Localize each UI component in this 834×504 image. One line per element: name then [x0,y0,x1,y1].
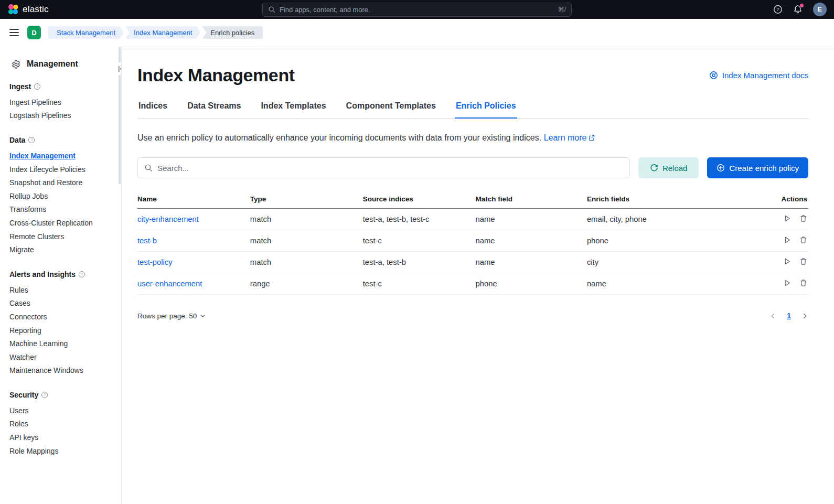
collapse-panel-icon [117,65,122,73]
chevron-down-icon [200,313,206,319]
learn-more-link[interactable]: Learn more [544,133,595,143]
tab-indices[interactable]: Indices [137,101,168,118]
policy-name-link[interactable]: city-enhancement [137,215,199,223]
elastic-logo [7,4,19,15]
sidebar-item-rollup-jobs[interactable]: Rollup Jobs [9,189,113,203]
page-layout: Management Ingest ? Ingest Pipelines Log… [0,46,834,504]
notifications-button[interactable] [793,5,803,14]
sidebar-item-machine-learning[interactable]: Machine Learning [9,337,113,350]
sidebar-item-maintenance-windows[interactable]: Maintenance Windows [9,364,113,378]
next-page-button[interactable] [801,313,808,319]
tab-component-templates[interactable]: Component Templates [345,101,437,118]
table-header-row: Name Type Source indices Match field Enr… [137,192,808,209]
section-heading: Ingest ? [9,82,113,91]
sidebar-item-rules[interactable]: Rules [9,283,113,297]
column-header-match-field[interactable]: Match field [476,192,587,209]
policy-name-link[interactable]: test-policy [137,258,173,266]
sidebar-item-logstash-pipelines[interactable]: Logstash Pipelines [9,109,113,123]
previous-page-button[interactable] [769,313,776,319]
sidebar-item-role-mappings[interactable]: Role Mappings [9,444,113,458]
column-header-actions: Actions [751,192,808,209]
global-search-input[interactable]: Find apps, content, and more. ⌘/ [262,3,572,17]
sidebar-item-users[interactable]: Users [9,404,113,417]
sidebar-section-security: Security ? Users Roles API keys Role Map… [8,391,113,457]
external-link-icon [589,135,595,141]
sidebar-item-connectors[interactable]: Connectors [9,310,113,324]
sidebar-item-watcher[interactable]: Watcher [9,350,113,364]
enrich-policies-table: Name Type Source indices Match field Enr… [137,192,808,295]
section-heading-label: Alerts and Insights [9,270,76,278]
sidebar-item-ingest-pipelines[interactable]: Ingest Pipelines [9,95,113,109]
sidebar-item-index-management[interactable]: Index Management [9,149,113,163]
column-header-source-indices[interactable]: Source indices [363,192,476,209]
create-enrich-policy-button[interactable]: Create enrich policy [707,157,808,178]
sidebar-item-migrate[interactable]: Migrate [9,243,113,256]
policy-source-indices-cell: test-c [363,230,476,252]
management-sidebar: Management Ingest ? Ingest Pipelines Log… [0,47,122,504]
sidebar-section-alerts-insights: Alerts and Insights ? Rules Cases Connec… [8,270,113,377]
page-number-button[interactable]: 1 [787,312,791,320]
column-header-type[interactable]: Type [250,192,363,209]
policy-name-link[interactable]: user-enhancement [137,280,202,288]
delete-policy-button[interactable] [799,236,807,244]
elastic-brand[interactable]: elastic [7,4,165,15]
delete-policy-button[interactable] [799,258,807,265]
menu-toggle-button[interactable] [8,27,20,38]
breadcrumb-index-management[interactable]: Index Management [125,26,200,39]
sidebar-item-index-lifecycle-policies[interactable]: Index Lifecycle Policies [9,163,113,176]
section-heading-label: Ingest [9,82,31,91]
execute-policy-button[interactable] [783,236,791,244]
section-heading-label: Data [9,136,25,144]
info-icon: ? [41,392,48,398]
breadcrumb-enrich-policies: Enrich policies [202,26,263,39]
policy-enrich-fields-cell: email, city, phone [587,209,751,230]
info-icon: ? [34,83,40,90]
space-avatar[interactable]: D [27,26,41,39]
sidebar-collapse-button[interactable] [115,62,122,75]
policy-search-box[interactable] [137,157,630,178]
sidebar-item-cross-cluster-replication[interactable]: Cross-Cluster Replication [9,216,113,230]
section-heading: Data ? [9,136,113,144]
sidebar-item-api-keys[interactable]: API keys [9,431,113,444]
svg-text:?: ? [776,6,779,12]
sidebar-title: Management [27,59,78,69]
pagination-bar: Rows per page: 50 1 [137,312,808,320]
column-header-name[interactable]: Name [137,192,250,209]
section-heading: Security ? [9,391,113,399]
top-header: elastic Find apps, content, and more. ⌘/… [0,0,834,19]
chevron-left-icon [769,313,776,319]
tab-data-streams[interactable]: Data Streams [186,101,242,118]
plus-circle-icon [717,164,725,172]
trash-icon [799,279,807,287]
sidebar-item-reporting[interactable]: Reporting [9,324,113,337]
execute-policy-button[interactable] [783,258,791,265]
help-button[interactable]: ? [773,5,783,14]
execute-policy-button[interactable] [783,215,791,222]
docs-link-label: Index Management docs [722,71,808,80]
delete-policy-button[interactable] [799,215,807,222]
rows-per-page-button[interactable]: Rows per page: 50 [137,312,206,320]
play-icon [783,279,791,287]
sidebar-item-snapshot-and-restore[interactable]: Snapshot and Restore [9,176,113,189]
delete-policy-button[interactable] [799,279,807,287]
description-text: Use an enrich policy to automatically en… [137,133,541,142]
sidebar-item-remote-clusters[interactable]: Remote Clusters [9,230,113,243]
search-shortcut-hint: ⌘/ [558,6,566,13]
sidebar-item-roles[interactable]: Roles [9,417,113,431]
reload-button[interactable]: Reload [638,157,699,178]
tab-index-templates[interactable]: Index Templates [260,101,327,118]
breadcrumb-stack-management[interactable]: Stack Management [48,26,124,39]
sidebar-item-transforms[interactable]: Transforms [9,203,113,217]
policy-source-indices-cell: test-a, test-b, test-c [363,209,476,230]
sidebar-item-cases[interactable]: Cases [9,297,113,310]
info-icon: ? [79,271,85,277]
page-header: Index Management Index Management docs [137,65,808,85]
tab-enrich-policies[interactable]: Enrich Policies [455,101,517,118]
column-header-enrich-fields[interactable]: Enrich fields [587,192,751,209]
policy-name-link[interactable]: test-b [137,237,157,245]
docs-link[interactable]: Index Management docs [709,71,808,80]
execute-policy-button[interactable] [783,279,791,287]
user-avatar[interactable]: E [813,3,827,16]
policy-search-input[interactable] [157,164,623,173]
policy-type-cell: match [250,252,363,273]
